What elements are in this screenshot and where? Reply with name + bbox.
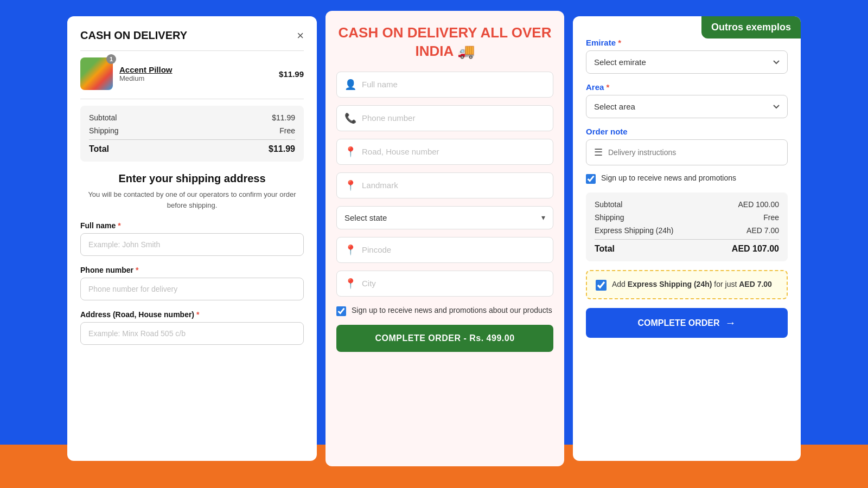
person-icon: 👤	[344, 79, 356, 91]
product-variant: Medium	[119, 74, 272, 82]
middle-city-input[interactable]	[362, 279, 545, 288]
express-text-2: for just	[712, 280, 739, 288]
middle-fullname-input[interactable]	[362, 80, 545, 89]
product-price: $11.99	[279, 69, 304, 79]
shipping-row: Shipping Free	[89, 126, 295, 135]
fullname-required: *	[118, 221, 120, 230]
product-image: 1	[80, 57, 113, 90]
left-panel-header: CASH ON DELIVERY ×	[80, 29, 304, 42]
middle-complete-button[interactable]: COMPLETE ORDER - Rs. 499.00	[336, 325, 553, 352]
divider2	[80, 99, 304, 99]
right-complete-label: COMPLETE ORDER	[637, 318, 719, 328]
shipping-header: Enter your shipping address	[80, 172, 304, 185]
order-note-label: Order note	[586, 127, 788, 136]
right-summary: Subtotal AED 100.00 Shipping Free Expres…	[586, 192, 788, 261]
right-express-row: Express Shipping (24h) AED 7.00	[595, 226, 779, 235]
phone-group: Phone number *	[80, 266, 304, 300]
landmark-icon: 📍	[344, 179, 356, 191]
middle-landmark-input[interactable]	[362, 181, 545, 190]
phone-icon: 📞	[344, 112, 356, 124]
middle-panel: CASH ON DELIVERY ALL OVER INDIA 🚚 👤 📞 📍 …	[326, 11, 564, 466]
total-label: Total	[89, 144, 109, 154]
middle-phone-input[interactable]	[362, 113, 545, 123]
express-text-1: Add	[612, 280, 628, 288]
delivery-instructions-input[interactable]	[608, 148, 780, 157]
total-row: Total $11.99	[89, 139, 295, 154]
pincode-icon: 📍	[344, 244, 356, 256]
product-name: Accent Pillow	[119, 65, 272, 74]
emirate-required: *	[618, 38, 621, 47]
state-row[interactable]: Select state Andhra Pradesh Delhi Gujara…	[336, 206, 553, 229]
express-shipping-label: Add Express Shipping (24h) for just AED …	[612, 279, 772, 290]
phone-input[interactable]	[80, 278, 304, 300]
close-button[interactable]: ×	[297, 30, 304, 42]
express-text-bold: Express Shipping (24h)	[628, 280, 712, 288]
middle-road-input[interactable]	[362, 147, 545, 156]
area-select[interactable]: Select area	[586, 95, 788, 118]
phone-row[interactable]: 📞	[336, 105, 553, 131]
shipping-sub: You will be contacted by one of our oper…	[80, 189, 304, 210]
right-shipping-row: Shipping Free	[595, 213, 779, 222]
note-icon: ☰	[594, 146, 603, 158]
middle-signup-label: Sign up to receive news and promotions a…	[352, 305, 552, 316]
express-shipping-box: Add Express Shipping (24h) for just AED …	[586, 270, 788, 299]
middle-title: CASH ON DELIVERY ALL OVER INDIA 🚚	[336, 24, 553, 61]
shipping-label: Shipping	[89, 126, 119, 135]
subtotal-value: $11.99	[272, 113, 295, 122]
state-select[interactable]: Select state Andhra Pradesh Delhi Gujara…	[344, 213, 541, 222]
location-icon: 📍	[344, 146, 356, 158]
fullname-label: Full name *	[80, 221, 304, 230]
address-group: Address (Road, House number) *	[80, 310, 304, 345]
pincode-row[interactable]: 📍	[336, 237, 553, 263]
product-badge: 1	[106, 54, 116, 64]
divider	[80, 50, 304, 51]
fullname-input[interactable]	[80, 233, 304, 256]
right-signup-checkbox[interactable]	[586, 174, 596, 184]
road-row[interactable]: 📍	[336, 139, 553, 165]
arrow-icon: →	[725, 317, 736, 329]
area-required: *	[607, 82, 610, 92]
order-note-box[interactable]: ☰	[586, 139, 788, 165]
express-amount: AED 7.00	[739, 280, 772, 288]
right-total-row: Total AED 107.00	[595, 239, 779, 254]
middle-signup-row: Sign up to receive news and promotions a…	[336, 305, 553, 316]
right-express-value: AED 7.00	[746, 226, 779, 235]
right-complete-button[interactable]: COMPLETE ORDER →	[586, 308, 788, 338]
express-shipping-checkbox[interactable]	[596, 280, 607, 291]
phone-required: *	[136, 266, 138, 274]
right-signup-row: Sign up to receive news and promotions	[586, 173, 788, 184]
right-subtotal-value: AED 100.00	[738, 200, 780, 209]
fullname-row[interactable]: 👤	[336, 72, 553, 98]
total-value: $11.99	[269, 144, 295, 154]
left-panel: CASH ON DELIVERY × 1 Accent Pillow Mediu…	[67, 16, 317, 461]
middle-pincode-input[interactable]	[362, 245, 545, 254]
area-label: Area *	[586, 82, 788, 92]
phone-label: Phone number *	[80, 266, 304, 274]
right-panel: Outros exemplos Emirate * Select emirate…	[573, 16, 801, 461]
left-panel-title: CASH ON DELIVERY	[80, 29, 187, 42]
right-subtotal-row: Subtotal AED 100.00	[595, 200, 779, 209]
address-label: Address (Road, House number) *	[80, 310, 304, 319]
product-info: Accent Pillow Medium	[119, 65, 272, 82]
right-total-value: AED 107.00	[732, 244, 779, 254]
right-subtotal-label: Subtotal	[595, 200, 622, 209]
shipping-value: Free	[279, 126, 295, 135]
address-input[interactable]	[80, 322, 304, 345]
subtotal-row: Subtotal $11.99	[89, 113, 295, 122]
landmark-row[interactable]: 📍	[336, 172, 553, 198]
right-total-label: Total	[595, 244, 615, 254]
right-express-label: Express Shipping (24h)	[595, 226, 674, 235]
address-required: *	[196, 310, 199, 319]
emirate-select[interactable]: Select emirate Abu Dhabi Dubai Sharjah A…	[586, 50, 788, 74]
product-row: 1 Accent Pillow Medium $11.99	[80, 57, 304, 90]
middle-signup-checkbox[interactable]	[336, 306, 346, 316]
order-summary: Subtotal $11.99 Shipping Free Total $11.…	[80, 106, 304, 162]
right-shipping-label: Shipping	[595, 213, 624, 222]
select-arrow-icon: ▾	[541, 213, 545, 222]
subtotal-label: Subtotal	[89, 113, 117, 122]
right-signup-label: Sign up to receive news and promotions	[601, 173, 736, 184]
green-banner: Outros exemplos	[701, 16, 801, 38]
right-shipping-value: Free	[763, 213, 779, 222]
fullname-group: Full name *	[80, 221, 304, 256]
city-row[interactable]: 📍	[336, 271, 553, 297]
